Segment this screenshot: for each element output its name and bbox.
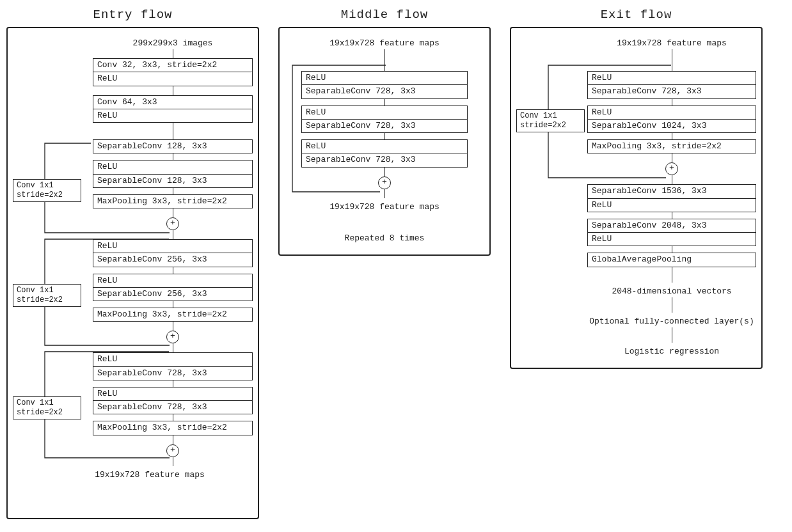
middle-stack: 19x19x728 feature maps ReLU SeparableCon… — [301, 38, 468, 243]
middle-flow-title: Middle flow — [341, 8, 428, 22]
exit-skip: Conv 1x1 stride=2x2 — [516, 109, 585, 132]
entry-b2-c: ReLU — [93, 274, 253, 288]
exit-out3: Logistic regression — [587, 347, 756, 356]
entry-skip-2: Conv 1x1 stride=2x2 — [13, 284, 81, 307]
entry-flow-column: Entry flow Conv 1x1 stride=2x2 Conv 1x1 … — [6, 8, 259, 519]
entry-b3-a: ReLU — [93, 352, 253, 366]
exit-add: + — [665, 162, 678, 175]
entry-b3-b: SeparableConv 728, 3x3 — [93, 367, 253, 380]
entry-b2-e: MaxPooling 3x3, stride=2x2 — [93, 308, 253, 322]
middle-b1: ReLU — [301, 71, 468, 85]
middle-output: 19x19x728 feature maps — [301, 202, 468, 212]
exit-panel: Conv 1x1 stride=2x2 19x19x728 feature ma… — [510, 27, 763, 369]
exit-c5: GlobalAveragePooling — [587, 253, 756, 267]
exit-b1: ReLU — [587, 71, 756, 85]
entry-flow-title: Entry flow — [93, 8, 172, 22]
exit-flow-title: Exit flow — [601, 8, 672, 22]
entry-add-3: + — [166, 444, 179, 457]
entry-add-2: + — [166, 331, 179, 343]
middle-b5: ReLU — [301, 139, 468, 153]
entry-input: 299x299x3 images — [93, 38, 253, 48]
entry-stem2b: ReLU — [93, 109, 253, 123]
entry-stem1a: Conv 32, 3x3, stride=2x2 — [93, 58, 253, 72]
entry-b3-c: ReLU — [93, 387, 253, 401]
exit-flow-column: Exit flow Conv 1x1 stride=2x2 19x19x728 … — [510, 8, 763, 369]
exit-c1: SeparableConv 1536, 3x3 — [587, 184, 756, 198]
entry-stack: 299x299x3 images Conv 32, 3x3, stride=2x… — [93, 38, 253, 480]
middle-note: Repeated 8 times — [301, 233, 468, 243]
entry-b1-b: ReLU — [93, 160, 253, 174]
entry-stem2a: Conv 64, 3x3 — [93, 95, 253, 109]
entry-b1-d: MaxPooling 3x3, stride=2x2 — [93, 194, 253, 208]
entry-output: 19x19x728 feature maps — [70, 470, 230, 480]
exit-b5: MaxPooling 3x3, stride=2x2 — [587, 139, 756, 153]
entry-stem1b: ReLU — [93, 72, 253, 86]
middle-b4: SeparableConv 728, 3x3 — [301, 120, 468, 133]
entry-b1-a: SeparableConv 128, 3x3 — [93, 139, 253, 153]
entry-b2-d: SeparableConv 256, 3x3 — [93, 288, 253, 301]
middle-add: + — [378, 176, 391, 189]
middle-b6: SeparableConv 728, 3x3 — [301, 153, 468, 167]
exit-b3: ReLU — [587, 106, 756, 120]
exit-b2: SeparableConv 728, 3x3 — [587, 85, 756, 98]
exit-out1: 2048-dimensional vectors — [587, 286, 756, 296]
exit-c2: ReLU — [587, 199, 756, 212]
middle-b2: SeparableConv 728, 3x3 — [301, 85, 468, 98]
exit-input: 19x19x728 feature maps — [587, 38, 756, 48]
entry-b2-a: ReLU — [93, 239, 253, 253]
entry-panel: Conv 1x1 stride=2x2 Conv 1x1 stride=2x2 … — [6, 27, 259, 519]
middle-input: 19x19x728 feature maps — [301, 38, 468, 48]
middle-flow-column: Middle flow 19x19x728 feature maps ReLU … — [278, 8, 491, 256]
entry-b3-e: MaxPooling 3x3, stride=2x2 — [93, 421, 253, 435]
exit-c4: ReLU — [587, 233, 756, 246]
entry-b3-d: SeparableConv 728, 3x3 — [93, 401, 253, 414]
middle-b3: ReLU — [301, 106, 468, 120]
exit-c3: SeparableConv 2048, 3x3 — [587, 219, 756, 233]
entry-b2-b: SeparableConv 256, 3x3 — [93, 253, 253, 267]
entry-skip-1: Conv 1x1 stride=2x2 — [13, 179, 81, 202]
exit-stack: 19x19x728 feature maps ReLU SeparableCon… — [587, 38, 756, 356]
exit-out2: Optional fully-connected layer(s) — [587, 317, 756, 326]
entry-b1-c: SeparableConv 128, 3x3 — [93, 175, 253, 188]
entry-skip-3: Conv 1x1 stride=2x2 — [13, 396, 81, 419]
middle-panel: 19x19x728 feature maps ReLU SeparableCon… — [278, 27, 491, 256]
exit-b4: SeparableConv 1024, 3x3 — [587, 120, 756, 133]
entry-add-1: + — [166, 217, 179, 230]
